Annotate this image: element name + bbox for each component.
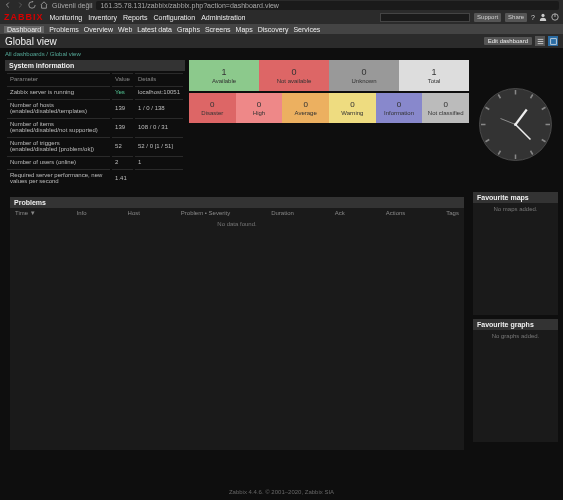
top-bar: ZABBIX MonitoringInventoryReportsConfigu… <box>0 10 563 24</box>
col-header[interactable]: Problem • Severity <box>181 210 230 216</box>
subnav-web[interactable]: Web <box>118 26 132 33</box>
status-panel: 1Available0Not available0Unknown1Total 0… <box>189 60 469 188</box>
fav-graphs-panel: Favourite graphs No graphs added. <box>473 319 558 442</box>
analog-clock <box>478 87 553 162</box>
kiosk-icon[interactable] <box>548 36 558 46</box>
favgraphs-msg: No graphs added. <box>473 330 558 342</box>
favmaps-title: Favourite maps <box>473 192 558 203</box>
col-header[interactable]: Time ▼ <box>15 210 36 216</box>
back-icon[interactable] <box>4 1 12 10</box>
search-input[interactable] <box>380 13 470 22</box>
security-indicator[interactable]: Güvenli değil <box>52 2 92 9</box>
sub-nav: DashboardProblemsOverviewWebLatest dataG… <box>0 24 563 34</box>
browser-chrome: Güvenli değil 161.35.78.131/zabbix/zabbi… <box>0 0 563 10</box>
svg-point-0 <box>541 13 544 16</box>
col-header[interactable]: Tags <box>446 210 459 216</box>
help-icon[interactable]: ? <box>531 14 535 21</box>
subnav-dashboard[interactable]: Dashboard <box>4 26 44 33</box>
url-bar[interactable]: 161.35.78.131/zabbix/zabbix.php?action=d… <box>96 1 559 10</box>
subnav-latest-data[interactable]: Latest data <box>137 26 172 33</box>
user-icon[interactable] <box>539 13 547 22</box>
page-header: Global view Edit dashboard <box>0 34 563 48</box>
nav-configuration[interactable]: Configuration <box>154 14 196 21</box>
subnav-discovery[interactable]: Discovery <box>258 26 289 33</box>
status-total[interactable]: 1Total <box>399 60 469 91</box>
col-header[interactable]: Ack <box>335 210 345 216</box>
nav-administration[interactable]: Administration <box>201 14 245 21</box>
subnav-services[interactable]: Services <box>293 26 320 33</box>
subnav-screens[interactable]: Screens <box>205 26 231 33</box>
clock-widget <box>473 60 558 188</box>
crumb-all[interactable]: All dashboards <box>5 51 45 57</box>
status-available[interactable]: 1Available <box>189 60 259 91</box>
breadcrumb: All dashboards / Global view <box>0 48 563 60</box>
subnav-graphs[interactable]: Graphs <box>177 26 200 33</box>
edit-dashboard-button[interactable]: Edit dashboard <box>484 37 532 45</box>
col-header[interactable]: Actions <box>386 210 406 216</box>
sysinfo-row: Number of items (enabled/disabled/not su… <box>7 118 183 135</box>
sev-information[interactable]: 0Information <box>376 93 423 123</box>
sysinfo-title: System information <box>5 60 185 71</box>
page-title: Global view <box>5 36 57 47</box>
fav-maps-panel: Favourite maps No maps added. <box>473 192 558 315</box>
col-header[interactable]: Host <box>128 210 140 216</box>
subnav-problems[interactable]: Problems <box>49 26 79 33</box>
col-header[interactable]: Duration <box>271 210 294 216</box>
favgraphs-title: Favourite graphs <box>473 319 558 330</box>
footer: Zabbix 4.4.6. © 2001–2020, Zabbix SIA <box>0 489 563 495</box>
system-info-panel: System information ParameterValueDetails… <box>5 60 185 188</box>
subnav-overview[interactable]: Overview <box>84 26 113 33</box>
problems-panel: Problems Time ▼InfoHostProblem • Severit… <box>10 197 464 450</box>
main-menu: MonitoringInventoryReportsConfigurationA… <box>50 14 246 21</box>
logo: ZABBIX <box>4 12 44 22</box>
sev-not-classified[interactable]: 0Not classified <box>422 93 469 123</box>
sev-warning[interactable]: 0Warning <box>329 93 376 123</box>
list-view-icon[interactable] <box>535 36 545 46</box>
sev-average[interactable]: 0Average <box>282 93 329 123</box>
sysinfo-row: Number of users (online)21 <box>7 156 183 167</box>
share-button[interactable]: Share <box>505 13 527 22</box>
status-not-available[interactable]: 0Not available <box>259 60 329 91</box>
crumb-current: Global view <box>50 51 81 57</box>
subnav-maps[interactable]: Maps <box>236 26 253 33</box>
sev-high[interactable]: 0High <box>236 93 283 123</box>
nav-inventory[interactable]: Inventory <box>88 14 117 21</box>
sev-disaster[interactable]: 0Disaster <box>189 93 236 123</box>
sysinfo-row: Number of triggers (enabled/disabled [pr… <box>7 137 183 154</box>
problems-title: Problems <box>10 197 464 208</box>
forward-icon[interactable] <box>16 1 24 10</box>
favmaps-msg: No maps added. <box>473 203 558 215</box>
nav-monitoring[interactable]: Monitoring <box>50 14 83 21</box>
col-header[interactable]: Info <box>77 210 87 216</box>
power-icon[interactable] <box>551 13 559 22</box>
sysinfo-row: Required server performance, new values … <box>7 169 183 186</box>
nav-reports[interactable]: Reports <box>123 14 148 21</box>
status-unknown[interactable]: 0Unknown <box>329 60 399 91</box>
home-icon[interactable] <box>40 1 48 10</box>
reload-icon[interactable] <box>28 1 36 10</box>
sysinfo-row: Number of hosts (enabled/disabled/templa… <box>7 99 183 116</box>
svg-rect-6 <box>550 38 556 44</box>
svg-point-23 <box>514 123 517 126</box>
support-button[interactable]: Support <box>474 13 501 22</box>
sysinfo-row: Zabbix server is runningYeslocalhost:100… <box>7 86 183 97</box>
problems-nodata: No data found. <box>10 218 464 230</box>
